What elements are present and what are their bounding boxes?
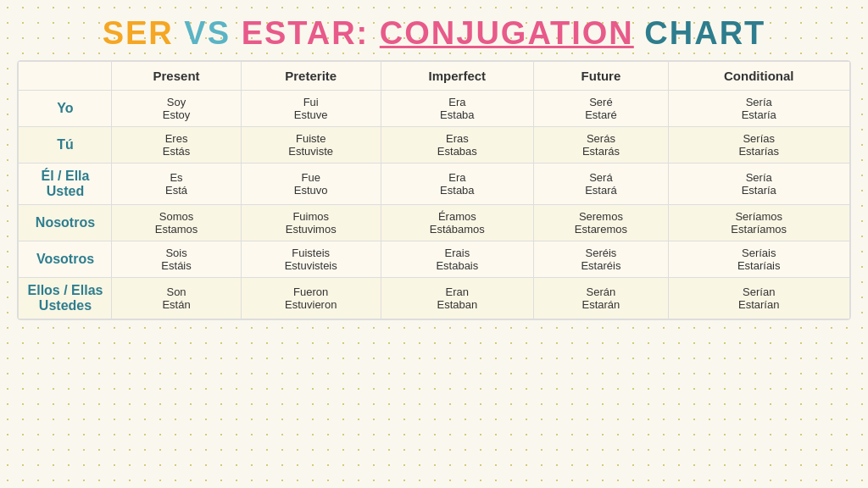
- cell-future: SeréEstaré: [533, 91, 668, 127]
- cell-conditional: SeríaEstaría: [668, 91, 849, 127]
- col-imperfect: Imperfect: [381, 62, 533, 91]
- cell-subject: Nosotros: [19, 205, 112, 241]
- cell-present: SomosEstamos: [112, 205, 241, 241]
- cell-preterite: FuisteEstuviste: [241, 127, 381, 164]
- cell-future: SeréisEstaréis: [533, 241, 668, 278]
- title-vs: VS: [184, 15, 241, 51]
- title-estar: ESTAR:: [242, 15, 370, 51]
- cell-subject: Vosotros: [19, 241, 112, 278]
- cell-subject: Ellos / EllasUstedes: [19, 278, 112, 319]
- table-row: YoSoyEstoyFuiEstuveEraEstabaSeréEstaréSe…: [19, 91, 849, 127]
- title-conjugation: CONJUGATION: [380, 15, 634, 51]
- title-chart: CHART: [644, 15, 765, 51]
- cell-present: EsEstá: [112, 164, 241, 205]
- cell-future: SeremosEstaremos: [533, 205, 668, 241]
- cell-present: EresEstás: [112, 127, 241, 164]
- title-ser: SER: [103, 15, 174, 51]
- cell-present: SoisEstáis: [112, 241, 241, 278]
- cell-subject: Yo: [19, 91, 112, 127]
- cell-preterite: FueronEstuvieron: [241, 278, 381, 319]
- col-subject: [19, 62, 112, 91]
- cell-imperfect: ÉramosEstábamos: [381, 205, 533, 241]
- cell-subject: Tú: [19, 127, 112, 164]
- cell-imperfect: EraEstaba: [381, 164, 533, 205]
- title-area: SER VS ESTAR: CONJUGATION CHART: [0, 0, 868, 60]
- cell-preterite: FueEstuvo: [241, 164, 381, 205]
- cell-conditional: SeríanEstarían: [668, 278, 849, 319]
- table-row: Él / EllaUstedEsEstáFueEstuvoEraEstabaSe…: [19, 164, 849, 205]
- cell-imperfect: EraisEstabais: [381, 241, 533, 278]
- cell-imperfect: ErasEstabas: [381, 127, 533, 164]
- conjugation-table: Present Preterite Imperfect Future Condi…: [18, 61, 849, 319]
- col-present: Present: [112, 62, 241, 91]
- cell-imperfect: EraEstaba: [381, 91, 533, 127]
- table-row: Ellos / EllasUstedesSonEstánFueronEstuvi…: [19, 278, 849, 319]
- conjugation-table-wrapper: Present Preterite Imperfect Future Condi…: [17, 60, 850, 320]
- cell-imperfect: EranEstaban: [381, 278, 533, 319]
- col-preterite: Preterite: [241, 62, 381, 91]
- cell-subject: Él / EllaUsted: [19, 164, 112, 205]
- cell-future: SerásEstarás: [533, 127, 668, 164]
- cell-future: SeránEstarán: [533, 278, 668, 319]
- cell-conditional: SeríaisEstaríais: [668, 241, 849, 278]
- col-future: Future: [533, 62, 668, 91]
- table-row: NosotrosSomosEstamosFuimosEstuvimosÉramo…: [19, 205, 849, 241]
- table-row: VosotrosSoisEstáisFuisteisEstuvisteisEra…: [19, 241, 849, 278]
- cell-present: SonEstán: [112, 278, 241, 319]
- cell-conditional: SeríamosEstaríamos: [668, 205, 849, 241]
- cell-preterite: FuiEstuve: [241, 91, 381, 127]
- cell-future: SeráEstará: [533, 164, 668, 205]
- table-row: TúEresEstásFuisteEstuvisteErasEstabasSer…: [19, 127, 849, 164]
- cell-preterite: FuimosEstuvimos: [241, 205, 381, 241]
- cell-present: SoyEstoy: [112, 91, 241, 127]
- cell-conditional: SeríasEstarías: [668, 127, 849, 164]
- table-header-row: Present Preterite Imperfect Future Condi…: [19, 62, 849, 91]
- cell-preterite: FuisteisEstuvisteis: [241, 241, 381, 278]
- cell-conditional: SeríaEstaría: [668, 164, 849, 205]
- col-conditional: Conditional: [668, 62, 849, 91]
